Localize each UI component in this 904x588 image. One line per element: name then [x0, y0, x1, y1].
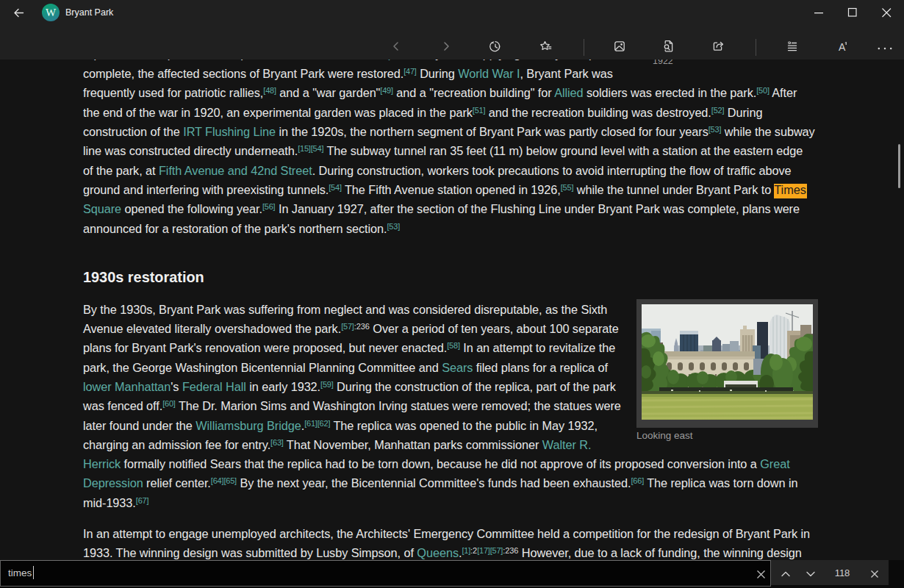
svg-text:A: A [839, 41, 846, 53]
